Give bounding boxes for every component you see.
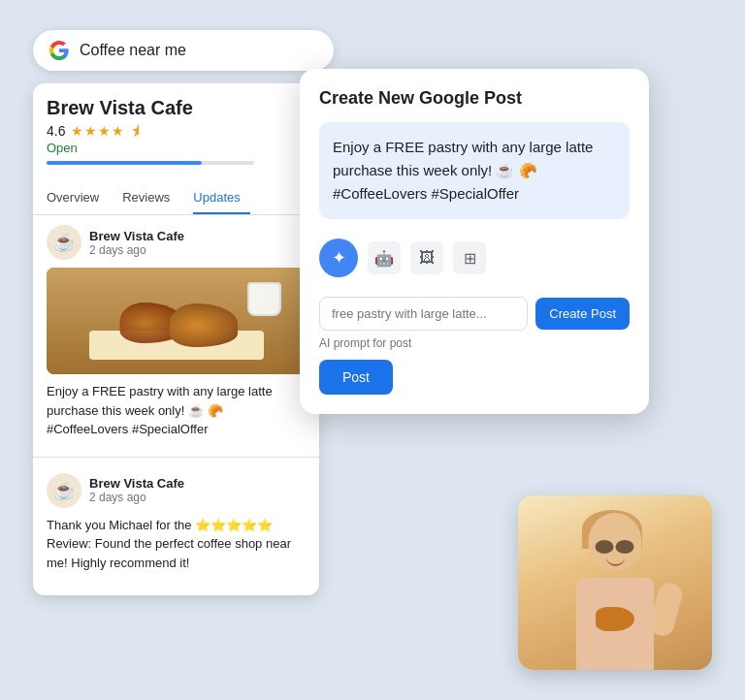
create-post-modal: Create New Google Post Enjoy a FREE past…	[300, 69, 649, 414]
post-author-row-1: ☕ Brew Vista Cafe 2 days ago	[47, 225, 306, 260]
coffee-cup-decoration	[247, 282, 281, 316]
robot-icon: 🤖	[374, 249, 394, 268]
woman-head	[589, 513, 642, 571]
rating-bar	[47, 161, 254, 165]
search-bar[interactable]: Coffee near me	[33, 30, 334, 71]
author-info-2: Brew Vista Cafe 2 days ago	[89, 476, 184, 504]
business-name: Brew Vista Cafe	[47, 97, 306, 119]
cafe-avatar-1: ☕	[47, 225, 81, 260]
glass-left	[595, 540, 613, 554]
ai-prompt-label: AI prompt for post	[319, 336, 630, 350]
rating-row: 4.6 ★★★★ ⯨	[47, 123, 306, 139]
woman-photo-thumbnail	[518, 495, 712, 670]
cafe-avatar-2: ☕	[47, 473, 81, 508]
wand-icon: ✦	[332, 247, 346, 269]
glass-right	[615, 540, 633, 554]
main-scene: Coffee near me Brew Vista Cafe 4.6 ★★★★ …	[23, 20, 722, 680]
magic-ai-button[interactable]: ✦	[319, 239, 358, 277]
media-toolbar: ✦ 🤖 🖼 ⊞	[319, 233, 630, 283]
tabs-bar: Overview Reviews Updates	[33, 182, 319, 215]
pastry-scene	[47, 268, 306, 374]
business-header: Brew Vista Cafe 4.6 ★★★★ ⯨ Open	[33, 83, 319, 182]
author-info-1: Brew Vista Cafe 2 days ago	[89, 229, 184, 257]
gallery-icon-button[interactable]: ⊞	[453, 241, 486, 274]
ai-prompt-input[interactable]	[319, 297, 528, 331]
post-entry-1: ☕ Brew Vista Cafe 2 days ago Enjoy a FRE…	[33, 215, 319, 451]
google-logo-icon	[49, 40, 70, 61]
tab-reviews[interactable]: Reviews	[122, 182, 179, 214]
create-post-button[interactable]: Create Post	[535, 298, 630, 330]
half-star-icon: ⯨	[131, 123, 145, 139]
post-text-2: Thank you Michael for the ⭐⭐⭐⭐⭐ Review: …	[47, 516, 306, 573]
post-content-box[interactable]: Enjoy a FREE pastry with any large latte…	[319, 122, 630, 219]
image-icon: 🖼	[419, 249, 435, 267]
business-panel: Brew Vista Cafe 4.6 ★★★★ ⯨ Open Overview…	[33, 83, 319, 595]
author-name-2: Brew Vista Cafe	[89, 476, 184, 491]
robot-icon-button[interactable]: 🤖	[368, 241, 401, 274]
tab-overview[interactable]: Overview	[47, 182, 109, 214]
post-image-1	[47, 268, 306, 374]
author-name-1: Brew Vista Cafe	[89, 229, 184, 243]
post-content-text: Enjoy a FREE pastry with any large latte…	[333, 136, 616, 206]
post-entry-2: ☕ Brew Vista Cafe 2 days ago Thank you M…	[33, 463, 319, 585]
tab-updates[interactable]: Updates	[193, 182, 249, 214]
croissant-1-decoration	[170, 303, 238, 347]
woman-glasses	[595, 540, 635, 554]
woman-smile	[605, 557, 625, 566]
post-divider	[33, 457, 319, 458]
post-author-row-2: ☕ Brew Vista Cafe 2 days ago	[47, 473, 306, 508]
post-text-1: Enjoy a FREE pastry with any large latte…	[47, 382, 306, 439]
post-time-2: 2 days ago	[89, 491, 184, 504]
rating-number: 4.6	[47, 123, 65, 139]
woman-holding-croissant	[596, 607, 634, 631]
rating-stars: ★★★★	[71, 123, 125, 139]
woman-figure	[537, 505, 693, 670]
post-button[interactable]: Post	[319, 360, 393, 395]
modal-title: Create New Google Post	[319, 88, 630, 109]
image-icon-button[interactable]: 🖼	[410, 241, 443, 274]
prompt-row: Create Post	[319, 297, 630, 331]
search-query-text: Coffee near me	[80, 42, 186, 59]
gallery-icon: ⊞	[464, 249, 476, 268]
open-status: Open	[47, 141, 306, 155]
post-time-1: 2 days ago	[89, 243, 184, 257]
rating-bar-fill	[47, 161, 202, 165]
